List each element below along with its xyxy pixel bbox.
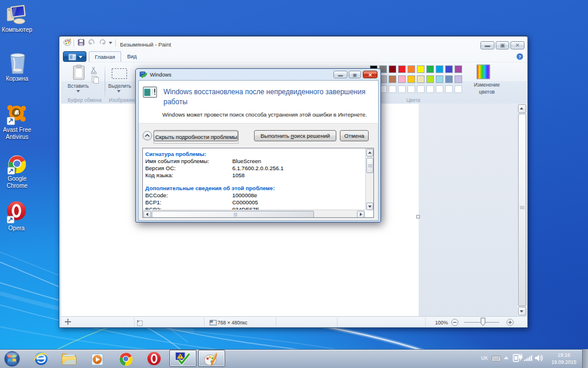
svg-text:?: ? bbox=[519, 54, 522, 59]
